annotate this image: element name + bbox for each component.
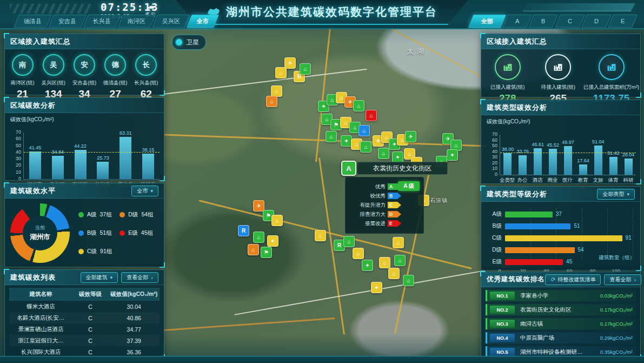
building-marker[interactable]: ⌂ [379,257,390,268]
building-marker[interactable]: ⌂ [360,141,371,153]
bar-track: 45 [505,259,634,265]
tab-region-长兴县[interactable]: 长兴县 [83,15,121,28]
building-marker[interactable]: ⌂ [315,230,326,241]
panel-region-summary: 区域接入建筑汇总 南南浔区(组)21吴吴兴区(组)134安安吉县(组)34德德清… [4,34,164,95]
bar [29,151,41,179]
building-marker[interactable]: ⌂ [403,275,414,286]
tab-grade-E[interactable]: E [608,15,638,28]
x-tick-label: 教育 [575,177,590,184]
building-marker[interactable]: ✈ [284,57,296,69]
building-marker[interactable]: ✦ [267,235,278,247]
view-all-button[interactable]: 查看全部 [604,274,641,285]
road-line [234,270,484,315]
building-marker[interactable]: ⌂ [275,67,287,78]
average-line [24,152,160,153]
bar-group: 41.45 [24,133,47,179]
bar-value: 44.22 [74,143,87,149]
selected-building-marker[interactable]: A [341,161,356,176]
building-marker[interactable]: ⌂ [353,248,364,259]
building-marker[interactable]: ✈ [253,200,264,212]
tab-region-南浔区[interactable]: 南浔区 [117,15,156,28]
bar-value: 17.64 [577,158,589,163]
building-marker[interactable]: ⚑ [261,247,272,258]
legend-grade-badge: B [388,193,401,199]
building-name: 名爵大酒店(长安… [9,314,72,322]
building-marker[interactable]: R [238,225,249,236]
bar-group: 25.73 [91,133,114,179]
building-marker[interactable]: ⌂ [393,237,404,248]
carbon-value: 30.04 [108,303,160,310]
legend-item: E级45组 [119,229,153,237]
building-marker[interactable]: ✦ [447,149,458,161]
building-marker[interactable]: ⌂ [266,96,277,107]
building-marker[interactable]: ⌂ [326,131,337,142]
column-header: 碳效值(kgCO₂/m²) [108,291,160,298]
region-stat-label: 南浔区(组) [10,80,34,87]
y-tick-label: 60 [484,137,497,143]
building-marker[interactable]: ⌂ [394,255,406,266]
bar-group: 63.31 [114,133,137,179]
bar-value: 49.97 [562,140,574,145]
building-marker[interactable]: ✦ [392,151,403,163]
building-marker[interactable]: ✦ [371,282,382,293]
city-filter-dropdown[interactable]: 全市 [131,186,158,196]
type-filter-dropdown[interactable]: 全部类型 [597,189,635,200]
legend-label: 有提升潜力 [350,202,386,209]
table-row[interactable]: 景澜富硒山居酒店C34.77 [9,324,160,335]
building-marker[interactable]: ⌂ [353,100,364,111]
building-marker[interactable]: ⌂ [300,63,311,75]
table-row[interactable]: 蝶米大酒店C30.04 [9,301,160,312]
bar-group: 49.97 [561,135,576,175]
tab-grade-D[interactable]: D [581,15,612,28]
panel-title: 区域接入建筑汇总 [487,37,547,47]
building-name: 长兴国际大酒店 [9,348,72,356]
building-marker[interactable]: ✦ [341,135,352,147]
rectify-list-button[interactable]: 待整改建筑清单 [545,274,601,285]
tab-label: C [568,18,572,24]
rank-badge: NO.5 [490,348,515,356]
ranking-row[interactable]: NO.1李家巷小学0.03kgCO₂/m² [486,290,636,301]
ranking-row[interactable]: NO.3南浔古镇0.17kgCO₂/m² [486,318,636,329]
ranking-row[interactable]: NO.4中原百脑广场0.29kgCO₂/m² [486,332,636,344]
building-marker[interactable]: ✈ [405,131,416,142]
tab-grade-全部[interactable]: 全部 [468,15,506,28]
table-row[interactable]: 名爵大酒店(长安…C40.86 [9,312,160,324]
legend-row: 较优秀B [350,192,419,200]
region-stat-label: 安吉县(组) [72,80,96,87]
legend-dot-icon [78,230,84,236]
tab-region-吴兴区[interactable]: 吴兴区 [152,15,190,28]
building-filter-dropdown[interactable]: 全部建筑 [81,272,118,283]
tab-region-全市[interactable]: 全市 [187,15,219,28]
building-marker[interactable]: ✦ [362,260,373,271]
dropdown-value: 全市 [137,187,148,195]
bar-value: 51 [574,223,580,229]
building-name: 景澜富硒山居酒店 [9,326,72,333]
building-marker[interactable]: ⌂ [248,244,259,255]
tab-grade-C[interactable]: C [555,15,585,28]
tab-region-德清县[interactable]: 德清县 [14,15,52,28]
building-marker[interactable]: ⌂ [271,215,283,226]
building-marker[interactable]: ⌂ [366,110,377,121]
building-marker[interactable]: ⌂ [358,125,370,136]
bar-group: 38.00 [500,135,515,175]
bar-group: 34.84 [47,133,69,179]
table-row[interactable]: 浙江皇冠假日大…C37.39 [9,335,160,346]
building-marker[interactable]: ⌂ [388,268,400,279]
building-marker[interactable]: ⌂ [378,148,389,159]
region-badge-icon: 南 [12,54,34,76]
legend-count: 54组 [141,211,153,219]
legend-grade-badge: D [388,211,401,217]
tab-grade-B[interactable]: B [529,15,559,28]
tab-region-安吉县[interactable]: 安吉县 [48,15,87,28]
panel-title: 建筑类型等级分析 [487,189,547,199]
view-all-button[interactable]: 查看全部 [121,272,158,283]
x-tick-label: 商业 [545,177,560,184]
building-marker[interactable]: ⌂ [253,232,264,243]
bar [505,223,570,229]
satellite-toggle[interactable]: 卫星 [172,35,206,50]
road-line [162,318,335,331]
building-marker[interactable]: ⌂ [343,236,355,247]
ranking-row[interactable]: NO.2衣裳街历史文化街区0.17kgCO₂/m² [486,304,636,315]
building-marker[interactable]: ⌂ [271,85,282,97]
tab-grade-A[interactable]: A [502,15,532,28]
